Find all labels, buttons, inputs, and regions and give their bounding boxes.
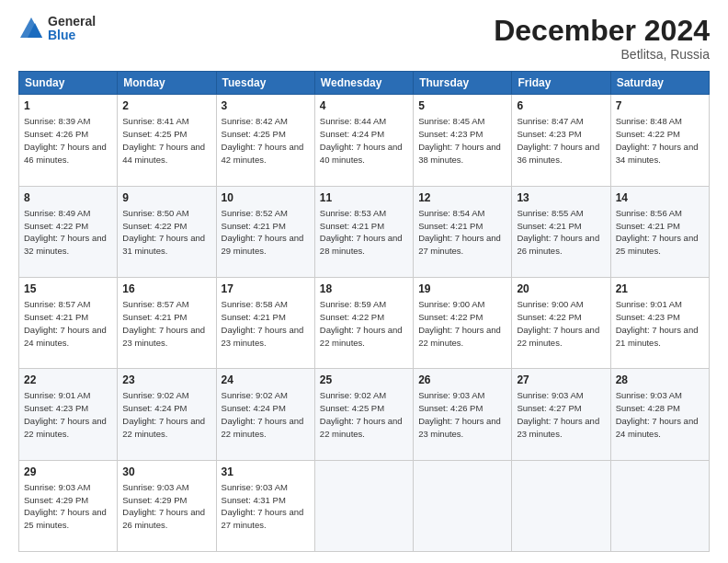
table-row: 10Sunrise: 8:52 AMSunset: 4:21 PMDayligh…: [216, 186, 314, 277]
day-number: 11: [320, 190, 408, 205]
day-info: Sunrise: 9:00 AMSunset: 4:22 PMDaylight:…: [418, 299, 501, 347]
calendar-week-row: 22Sunrise: 9:01 AMSunset: 4:23 PMDayligh…: [19, 369, 710, 460]
day-number: 30: [122, 465, 210, 479]
day-info: Sunrise: 8:49 AMSunset: 4:22 PMDaylight:…: [24, 208, 107, 256]
day-info: Sunrise: 8:52 AMSunset: 4:21 PMDaylight:…: [222, 208, 304, 256]
day-number: 21: [616, 282, 704, 296]
table-row: 8Sunrise: 8:49 AMSunset: 4:22 PMDaylight…: [19, 186, 118, 277]
calendar-header-row: Sunday Monday Tuesday Wednesday Thursday…: [19, 72, 710, 95]
table-row: 31Sunrise: 9:03 AMSunset: 4:31 PMDayligh…: [216, 460, 314, 551]
day-number: 4: [320, 98, 408, 113]
day-info: Sunrise: 9:02 AMSunset: 4:24 PMDaylight:…: [222, 390, 304, 438]
day-info: Sunrise: 8:53 AMSunset: 4:21 PMDaylight:…: [320, 208, 403, 256]
day-info: Sunrise: 8:57 AMSunset: 4:21 PMDaylight:…: [122, 299, 205, 347]
month-title: December 2024: [494, 15, 710, 47]
col-friday: Friday: [512, 72, 610, 95]
table-row: 9Sunrise: 8:50 AMSunset: 4:22 PMDaylight…: [118, 186, 216, 277]
header: General Blue December 2024 Betlitsa, Rus…: [18, 15, 710, 62]
calendar-week-row: 15Sunrise: 8:57 AMSunset: 4:21 PMDayligh…: [19, 277, 710, 368]
day-number: 3: [222, 98, 310, 113]
day-number: 1: [24, 98, 112, 113]
day-number: 20: [517, 282, 605, 296]
day-info: Sunrise: 8:42 AMSunset: 4:25 PMDaylight:…: [222, 116, 304, 164]
calendar-week-row: 1Sunrise: 8:39 AMSunset: 4:26 PMDaylight…: [19, 95, 710, 186]
day-info: Sunrise: 8:57 AMSunset: 4:21 PMDaylight:…: [24, 299, 107, 347]
col-wednesday: Wednesday: [314, 72, 413, 95]
day-number: 28: [616, 373, 704, 387]
day-number: 24: [222, 373, 310, 387]
day-number: 2: [122, 98, 210, 113]
table-row: 25Sunrise: 9:02 AMSunset: 4:25 PMDayligh…: [314, 369, 413, 460]
day-number: 22: [24, 373, 112, 387]
table-row: 12Sunrise: 8:54 AMSunset: 4:21 PMDayligh…: [414, 186, 512, 277]
table-row: 5Sunrise: 8:45 AMSunset: 4:23 PMDaylight…: [414, 95, 512, 186]
col-sunday: Sunday: [19, 72, 118, 95]
table-row: 29Sunrise: 9:03 AMSunset: 4:29 PMDayligh…: [19, 460, 118, 551]
day-number: 6: [517, 98, 605, 113]
title-block: December 2024 Betlitsa, Russia: [494, 15, 710, 62]
day-number: 19: [418, 282, 506, 296]
day-info: Sunrise: 9:03 AMSunset: 4:29 PMDaylight:…: [122, 482, 205, 530]
day-number: 15: [24, 282, 112, 296]
day-info: Sunrise: 9:02 AMSunset: 4:25 PMDaylight:…: [320, 390, 403, 438]
day-info: Sunrise: 9:01 AMSunset: 4:23 PMDaylight:…: [24, 390, 107, 438]
table-row: 19Sunrise: 9:00 AMSunset: 4:22 PMDayligh…: [414, 277, 512, 368]
day-info: Sunrise: 9:02 AMSunset: 4:24 PMDaylight:…: [122, 390, 205, 438]
day-number: 23: [122, 373, 210, 387]
table-row: 4Sunrise: 8:44 AMSunset: 4:24 PMDaylight…: [314, 95, 413, 186]
day-info: Sunrise: 8:41 AMSunset: 4:25 PMDaylight:…: [122, 116, 205, 164]
table-row: 28Sunrise: 9:03 AMSunset: 4:28 PMDayligh…: [610, 369, 709, 460]
table-row: 27Sunrise: 9:03 AMSunset: 4:27 PMDayligh…: [512, 369, 610, 460]
day-info: Sunrise: 8:45 AMSunset: 4:23 PMDaylight:…: [418, 116, 501, 164]
table-row: 20Sunrise: 9:00 AMSunset: 4:22 PMDayligh…: [512, 277, 610, 368]
table-row: 18Sunrise: 8:59 AMSunset: 4:22 PMDayligh…: [314, 277, 413, 368]
day-number: 13: [517, 190, 605, 205]
day-number: 31: [222, 465, 310, 479]
day-info: Sunrise: 9:01 AMSunset: 4:23 PMDaylight:…: [616, 299, 699, 347]
table-row: 2Sunrise: 8:41 AMSunset: 4:25 PMDaylight…: [118, 95, 216, 186]
table-row: 30Sunrise: 9:03 AMSunset: 4:29 PMDayligh…: [118, 460, 216, 551]
day-info: Sunrise: 8:50 AMSunset: 4:22 PMDaylight:…: [122, 208, 205, 256]
day-info: Sunrise: 8:55 AMSunset: 4:21 PMDaylight:…: [517, 208, 599, 256]
day-number: 9: [122, 190, 210, 205]
calendar-week-row: 29Sunrise: 9:03 AMSunset: 4:29 PMDayligh…: [19, 460, 710, 551]
table-row: 15Sunrise: 8:57 AMSunset: 4:21 PMDayligh…: [19, 277, 118, 368]
table-row: 7Sunrise: 8:48 AMSunset: 4:22 PMDaylight…: [610, 95, 709, 186]
logo-icon: [18, 16, 44, 41]
table-row: 23Sunrise: 9:02 AMSunset: 4:24 PMDayligh…: [118, 369, 216, 460]
day-number: 8: [24, 190, 112, 205]
table-row: 26Sunrise: 9:03 AMSunset: 4:26 PMDayligh…: [414, 369, 512, 460]
table-row: 13Sunrise: 8:55 AMSunset: 4:21 PMDayligh…: [512, 186, 610, 277]
calendar-table: Sunday Monday Tuesday Wednesday Thursday…: [18, 71, 710, 552]
table-row: 22Sunrise: 9:01 AMSunset: 4:23 PMDayligh…: [19, 369, 118, 460]
day-number: 25: [320, 373, 408, 387]
day-info: Sunrise: 9:00 AMSunset: 4:22 PMDaylight:…: [517, 299, 599, 347]
col-saturday: Saturday: [610, 72, 709, 95]
table-row: [314, 460, 413, 551]
day-info: Sunrise: 9:03 AMSunset: 4:27 PMDaylight:…: [517, 390, 599, 438]
table-row: 6Sunrise: 8:47 AMSunset: 4:23 PMDaylight…: [512, 95, 610, 186]
col-tuesday: Tuesday: [216, 72, 314, 95]
table-row: 3Sunrise: 8:42 AMSunset: 4:25 PMDaylight…: [216, 95, 314, 186]
table-row: 24Sunrise: 9:02 AMSunset: 4:24 PMDayligh…: [216, 369, 314, 460]
day-info: Sunrise: 9:03 AMSunset: 4:26 PMDaylight:…: [418, 390, 501, 438]
logo: General Blue: [18, 15, 96, 43]
day-info: Sunrise: 8:54 AMSunset: 4:21 PMDaylight:…: [418, 208, 501, 256]
table-row: [610, 460, 709, 551]
col-thursday: Thursday: [414, 72, 512, 95]
table-row: 21Sunrise: 9:01 AMSunset: 4:23 PMDayligh…: [610, 277, 709, 368]
day-number: 27: [517, 373, 605, 387]
location: Betlitsa, Russia: [494, 47, 710, 62]
day-info: Sunrise: 8:56 AMSunset: 4:21 PMDaylight:…: [616, 208, 699, 256]
day-number: 12: [418, 190, 506, 205]
table-row: 11Sunrise: 8:53 AMSunset: 4:21 PMDayligh…: [314, 186, 413, 277]
day-info: Sunrise: 9:03 AMSunset: 4:31 PMDaylight:…: [222, 482, 304, 530]
day-info: Sunrise: 9:03 AMSunset: 4:28 PMDaylight:…: [616, 390, 699, 438]
day-number: 18: [320, 282, 408, 296]
day-info: Sunrise: 8:58 AMSunset: 4:21 PMDaylight:…: [222, 299, 304, 347]
day-number: 29: [24, 465, 112, 479]
logo-text: General Blue: [48, 15, 96, 43]
page: General Blue December 2024 Betlitsa, Rus…: [0, 0, 728, 563]
day-info: Sunrise: 8:44 AMSunset: 4:24 PMDaylight:…: [320, 116, 403, 164]
day-info: Sunrise: 8:39 AMSunset: 4:26 PMDaylight:…: [24, 116, 107, 164]
